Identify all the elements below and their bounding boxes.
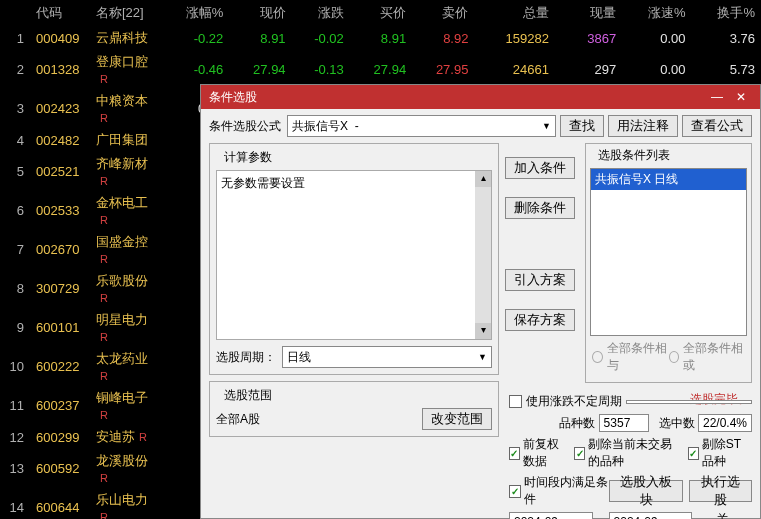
irregular-checkbox[interactable] bbox=[509, 395, 522, 408]
r-marker: R bbox=[96, 370, 108, 382]
view-formula-button[interactable]: 查看公式 bbox=[682, 115, 752, 137]
r-marker: R bbox=[96, 73, 108, 85]
fq-checkbox[interactable]: ✓ bbox=[509, 447, 520, 460]
delete-condition-button[interactable]: 删除条件 bbox=[505, 197, 575, 219]
params-textbox: 无参数需要设置 ▴▾ bbox=[216, 170, 492, 340]
dialog-titlebar[interactable]: 条件选股 — ✕ bbox=[201, 85, 760, 109]
help-button[interactable]: 用法注释 bbox=[608, 115, 678, 137]
execute-button[interactable]: 执行选股 bbox=[689, 480, 752, 502]
condition-list-item[interactable]: 共振信号X 日线 bbox=[591, 169, 746, 190]
column-header[interactable] bbox=[0, 0, 30, 26]
add-condition-button[interactable]: 加入条件 bbox=[505, 157, 575, 179]
r-marker: R bbox=[135, 431, 147, 443]
column-header[interactable]: 涨速% bbox=[622, 0, 691, 26]
dialog-title: 条件选股 bbox=[209, 89, 257, 106]
column-header[interactable]: 涨跌 bbox=[292, 0, 350, 26]
find-button[interactable]: 查找 bbox=[560, 115, 604, 137]
r-marker: R bbox=[96, 511, 108, 519]
table-row[interactable]: 1000409云鼎科技-0.228.91-0.028.918.921592823… bbox=[0, 26, 761, 50]
radio-and: 全部条件相与 bbox=[592, 340, 669, 374]
to-block-button[interactable]: 选股入板块 bbox=[609, 480, 683, 502]
r-marker: R bbox=[96, 331, 108, 343]
column-header[interactable]: 现价 bbox=[229, 0, 291, 26]
r-marker: R bbox=[96, 112, 108, 124]
calc-params-legend: 计算参数 bbox=[220, 149, 276, 166]
scope-fieldset: 选股范围 全部A股 改变范围 bbox=[209, 381, 499, 437]
r-marker: R bbox=[96, 472, 108, 484]
column-header[interactable]: 名称[22] bbox=[90, 0, 160, 26]
chevron-down-icon: ▼ bbox=[542, 121, 551, 131]
r-marker: R bbox=[96, 214, 108, 226]
rm-st-checkbox[interactable]: ✓ bbox=[688, 447, 699, 460]
r-marker: R bbox=[96, 175, 108, 187]
params-scrollbar[interactable]: ▴▾ bbox=[475, 171, 491, 339]
import-plan-button[interactable]: 引入方案 bbox=[505, 269, 575, 291]
date-to-input[interactable]: 2024-09-20▼ bbox=[609, 512, 693, 519]
r-marker: R bbox=[96, 409, 108, 421]
close-button[interactable]: ✕ bbox=[730, 88, 752, 106]
condition-list-legend: 选股条件列表 bbox=[594, 147, 674, 164]
r-marker: R bbox=[96, 253, 108, 265]
total-count: 5357 bbox=[599, 414, 649, 432]
calc-params-fieldset: 计算参数 无参数需要设置 ▴▾ 选股周期： 日线 ▼ bbox=[209, 143, 499, 375]
scope-value: 全部A股 bbox=[216, 411, 260, 428]
period-select[interactable]: 日线 ▼ bbox=[282, 346, 492, 368]
formula-select[interactable]: 共振信号X - ▼ bbox=[287, 115, 556, 137]
r-marker: R bbox=[96, 292, 108, 304]
column-header[interactable]: 买价 bbox=[350, 0, 412, 26]
condition-list-fieldset: 选股条件列表 共振信号X 日线 全部条件相与 全部条件相或 bbox=[585, 143, 752, 383]
condition-list[interactable]: 共振信号X 日线 bbox=[590, 168, 747, 336]
condition-stock-dialog: 条件选股 — ✕ 条件选股公式 共振信号X - ▼ 查找 用法注释 查看公式 计… bbox=[200, 84, 761, 519]
minimize-button[interactable]: — bbox=[706, 88, 728, 106]
column-header[interactable]: 代码 bbox=[30, 0, 90, 26]
column-header[interactable]: 现量 bbox=[555, 0, 622, 26]
scope-legend: 选股范围 bbox=[220, 387, 276, 404]
column-header[interactable]: 总量 bbox=[474, 0, 554, 26]
selected-count: 22/0.4% bbox=[698, 414, 752, 432]
rm-notrade-checkbox[interactable]: ✓ bbox=[574, 447, 585, 460]
change-scope-button[interactable]: 改变范围 bbox=[422, 408, 492, 430]
column-header[interactable]: 卖价 bbox=[412, 0, 474, 26]
irregular-input[interactable] bbox=[626, 400, 752, 404]
period-label: 选股周期： bbox=[216, 349, 276, 366]
save-plan-button[interactable]: 保存方案 bbox=[505, 309, 575, 331]
column-header[interactable]: 涨幅% bbox=[160, 0, 229, 26]
timerange-checkbox[interactable]: ✓ bbox=[509, 485, 521, 498]
radio-or: 全部条件相或 bbox=[669, 340, 746, 374]
formula-label: 条件选股公式 bbox=[209, 118, 281, 135]
column-header[interactable]: 换手% bbox=[692, 0, 761, 26]
date-from-input[interactable]: 2024-09-13▼ bbox=[509, 512, 593, 519]
irregular-label: 使用涨跌不定周期 bbox=[526, 393, 622, 410]
chevron-down-icon: ▼ bbox=[478, 352, 487, 362]
